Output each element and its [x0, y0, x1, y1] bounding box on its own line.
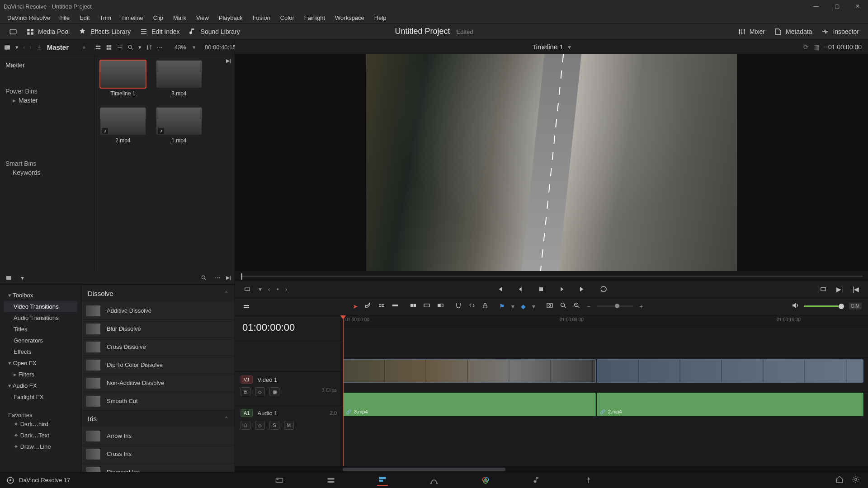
video-track-lane[interactable]: 🔗3.mp4 🔗2.mp4 — [343, 358, 868, 391]
nav-back-icon[interactable]: ‹ — [23, 42, 25, 52]
go-end-icon[interactable]: ▶| — [835, 284, 844, 294]
playhead[interactable] — [343, 315, 344, 466]
group-dissolve[interactable]: Dissolve⌃ — [81, 285, 235, 302]
audiofx-node[interactable]: ▾ Audio FX — [4, 380, 77, 391]
fx-smooth-cut[interactable]: Smooth Cut — [81, 392, 235, 410]
play-button[interactable] — [557, 284, 567, 294]
more-icon[interactable]: ⋯ — [157, 42, 163, 52]
nav-dot-icon[interactable]: • — [277, 286, 279, 293]
menu-fairlight[interactable]: Fairlight — [300, 14, 330, 22]
bin-master[interactable]: Master — [5, 59, 89, 71]
fx-arrow-iris[interactable]: Arrow Iris — [81, 427, 235, 445]
viewer-canvas[interactable] — [235, 54, 868, 271]
mute-button[interactable]: M — [284, 421, 294, 430]
mixer-button[interactable]: Mixer — [733, 26, 769, 38]
chevron-down-icon[interactable]: ▾ — [511, 303, 514, 310]
timeline-view-icon[interactable] — [241, 301, 251, 311]
replace-clip-icon[interactable] — [437, 302, 444, 310]
solo-button[interactable]: S — [269, 421, 279, 430]
snap-icon[interactable] — [455, 302, 462, 310]
window-maximize-button[interactable]: ▢ — [826, 0, 847, 13]
link-icon[interactable] — [468, 302, 476, 310]
lock-track-icon[interactable] — [241, 387, 250, 396]
menu-fusion[interactable]: Fusion — [248, 14, 275, 22]
page-color-icon[interactable] — [480, 475, 491, 486]
razor-tool-icon[interactable] — [392, 302, 399, 310]
expand-icon[interactable]: ▶| — [226, 275, 231, 281]
audio-clip-1[interactable]: 🔗3.mp4 — [343, 393, 596, 416]
page-fusion-icon[interactable] — [429, 475, 439, 486]
fx-cross-iris[interactable]: Cross Iris — [81, 445, 235, 463]
clip-thumb-timeline1[interactable]: Timeline 1 — [100, 61, 146, 97]
clip-thumb-2mp4[interactable]: 2.mp4 — [100, 108, 146, 144]
import-icon[interactable] — [36, 42, 42, 52]
viewer-scrubber[interactable] — [235, 271, 868, 281]
disable-video-icon[interactable]: ▣ — [269, 387, 279, 396]
more-icon[interactable]: ⋯ — [212, 273, 222, 283]
fx-blur-dissolve[interactable]: Blur Dissolve — [81, 320, 235, 338]
match-frame-icon[interactable] — [818, 284, 828, 294]
zoom-fit-icon[interactable] — [546, 302, 553, 310]
page-media-icon[interactable] — [274, 475, 285, 486]
expand-viewer-icon[interactable]: ▶| — [226, 58, 231, 64]
cat-video-transitions[interactable]: Video Transitions — [4, 301, 77, 312]
lock-track-icon[interactable] — [241, 421, 250, 430]
overwrite-clip-icon[interactable] — [423, 302, 430, 310]
search-icon[interactable] — [127, 42, 134, 52]
insert-clip-icon[interactable] — [410, 302, 417, 310]
fav-item[interactable]: ✦ Draw…Line — [4, 441, 77, 452]
video-clip-2[interactable]: 🔗2.mp4 — [597, 359, 863, 383]
window-minimize-button[interactable]: — — [806, 0, 826, 13]
audio-track-header[interactable]: A1Audio 12.0 ◇ S M — [235, 405, 342, 438]
audio-track-lane[interactable]: 🔗3.mp4 🔗2.mp4 — [343, 391, 868, 418]
blade-tool-icon[interactable] — [364, 302, 372, 310]
sync-icon[interactable]: ⟳ — [803, 43, 809, 51]
menu-color[interactable]: Color — [276, 14, 299, 22]
loop-button[interactable] — [599, 284, 609, 294]
chevron-down-icon[interactable]: ▾ — [259, 286, 262, 293]
home-icon[interactable] — [835, 475, 844, 485]
viewer-timeline-name[interactable]: Timeline 1 — [532, 43, 563, 51]
nav-next-icon[interactable]: › — [285, 286, 288, 293]
zoom-plus-icon[interactable]: + — [639, 303, 643, 310]
zoom-minus-icon[interactable]: − — [587, 303, 590, 310]
page-deliver-icon[interactable] — [583, 475, 594, 486]
fx-non-additive[interactable]: Non-Additive Dissolve — [81, 374, 235, 392]
audio-clip-2[interactable]: 🔗2.mp4 — [597, 393, 863, 416]
track-badge-v1[interactable]: V1 — [241, 375, 253, 384]
pointer-tool[interactable]: ➤ — [353, 303, 358, 310]
clip-thumb-3mp4[interactable]: 3.mp4 — [156, 61, 202, 97]
fx-dip-to-color[interactable]: Dip To Color Dissolve — [81, 356, 235, 374]
window-close-button[interactable]: ✕ — [847, 0, 868, 13]
cat-filters[interactable]: ▸ Filters — [4, 369, 77, 380]
inspector-button[interactable]: Inspector — [816, 26, 863, 38]
menu-view[interactable]: View — [192, 14, 213, 22]
chevron-down-icon[interactable]: ▾ — [138, 42, 142, 52]
stop-button[interactable] — [536, 284, 546, 294]
menu-clip[interactable]: Clip — [149, 14, 168, 22]
cat-titles[interactable]: Titles — [4, 324, 77, 335]
zoom-detail-icon[interactable] — [560, 302, 567, 310]
chevron-down-icon[interactable]: ▾ — [17, 273, 27, 283]
menu-timeline[interactable]: Timeline — [117, 14, 148, 22]
timeline-ruler[interactable]: 01:00:00:00 01:00:08:00 01:00:16:00 — [343, 315, 868, 326]
step-fwd-button[interactable] — [578, 284, 588, 294]
nav-prev-icon[interactable]: ‹ — [268, 286, 270, 293]
zoom-box-icon[interactable] — [573, 302, 580, 310]
speaker-icon[interactable] — [791, 301, 799, 311]
step-back-button[interactable] — [515, 284, 525, 294]
cat-fairlight-fx[interactable]: Fairlight FX — [4, 391, 77, 403]
cat-audio-transitions[interactable]: Audio Transitions — [4, 312, 77, 324]
chevron-down-icon[interactable]: ▾ — [568, 43, 571, 51]
metadata-button[interactable]: Metadata — [769, 26, 816, 38]
menu-workspace[interactable]: Workspace — [330, 14, 369, 22]
view-thumb-icon[interactable] — [95, 42, 101, 52]
view-grid-icon[interactable] — [106, 42, 112, 52]
openfx-node[interactable]: ▾ Open FX — [4, 357, 77, 369]
lock-icon[interactable] — [482, 302, 488, 310]
sound-library-button[interactable]: Sound Library — [184, 26, 245, 38]
dual-view-icon[interactable]: ▥ — [813, 43, 819, 51]
fav-item[interactable]: ✦ Dark…Text — [4, 430, 77, 441]
menu-edit[interactable]: Edit — [75, 14, 94, 22]
fx-cross-dissolve[interactable]: Cross Dissolve — [81, 338, 235, 356]
